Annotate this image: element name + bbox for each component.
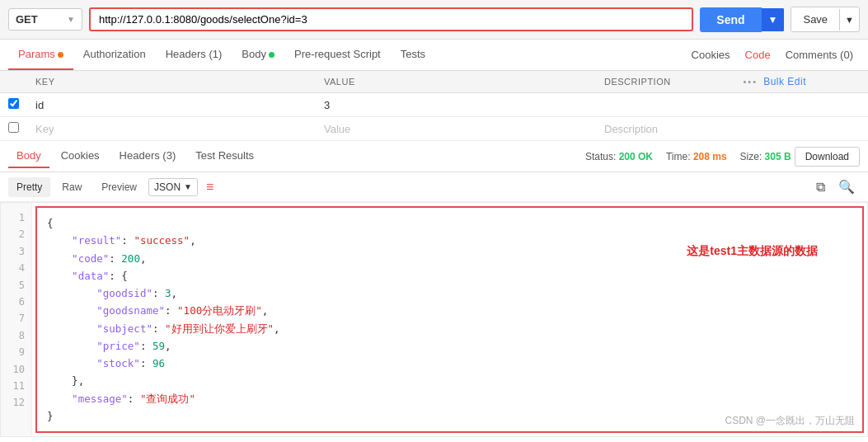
json-content: { "result": "success", "code": 200, "dat… xyxy=(35,206,864,433)
time-label: Time: 208 ms xyxy=(666,151,727,162)
method-select[interactable]: GET ▼ xyxy=(8,8,82,31)
json-line-8: "price": 59, xyxy=(47,337,852,355)
url-bar: GET ▼ Send ▼ Save ▼ xyxy=(0,0,868,40)
send-btn-group: Send ▼ xyxy=(700,7,784,32)
params-dot xyxy=(58,52,63,58)
save-dropdown-button[interactable]: ▼ xyxy=(839,9,859,31)
row1-description[interactable] xyxy=(596,93,734,117)
format-bar: Pretty Raw Preview JSON ▼ ≡ ⧉ 🔍 xyxy=(0,172,868,202)
json-line-11: "message": "查询成功" xyxy=(47,390,852,407)
status-label: Status: 200 OK xyxy=(585,151,653,162)
size-value: 305 B xyxy=(765,151,791,162)
format-tab-raw[interactable]: Raw xyxy=(54,177,90,197)
format-select-arrow: ▼ xyxy=(184,182,192,191)
tab-prerequest[interactable]: Pre-request Script xyxy=(284,40,391,70)
tab-params[interactable]: Params xyxy=(8,40,73,70)
save-btn-group: Save ▼ xyxy=(791,7,860,32)
row1-actions xyxy=(734,93,868,117)
size-label: Size: 305 B xyxy=(740,151,791,162)
json-line-5: "goodsid": 3, xyxy=(47,284,852,302)
tab-comments-right[interactable]: Comments (0) xyxy=(779,40,860,69)
row1-value[interactable]: 3 xyxy=(316,93,596,117)
row2-key[interactable]: Key xyxy=(27,117,316,141)
response-tab-test-results[interactable]: Test Results xyxy=(187,144,262,168)
watermark-text: CSDN @一念既出，万山无阻 xyxy=(725,414,855,428)
top-tabs: Params Authorization Headers (1) Body Pr… xyxy=(0,40,868,71)
format-tab-pretty[interactable]: Pretty xyxy=(8,177,50,197)
right-tabs: Cookies Code Comments (0) xyxy=(685,40,860,69)
tab-code-right[interactable]: Code xyxy=(739,40,777,69)
response-tab-headers[interactable]: Headers (3) xyxy=(111,144,185,168)
response-tab-cookies[interactable]: Cookies xyxy=(53,144,108,168)
save-button[interactable]: Save xyxy=(791,7,839,31)
download-button[interactable]: Download xyxy=(795,147,860,167)
col-header-dots: ••• Bulk Edit xyxy=(734,71,868,93)
annotation-text: 这是test1主数据源的数据 xyxy=(687,244,818,259)
three-dots-icon: ••• xyxy=(743,77,758,87)
row1-checkbox[interactable] xyxy=(8,98,19,109)
status-info: Status: 200 OK Time: 208 ms Size: 305 B xyxy=(585,151,791,162)
body-dot xyxy=(269,52,274,58)
wrap-icon[interactable]: ≡ xyxy=(206,180,213,195)
table-row: Key Value Description xyxy=(0,117,868,141)
row2-description[interactable]: Description xyxy=(596,117,734,141)
method-label: GET xyxy=(16,13,38,26)
col-header-key: KEY xyxy=(27,71,316,93)
row2-value[interactable]: Value xyxy=(316,117,596,141)
response-tab-body[interactable]: Body xyxy=(8,144,49,168)
row2-actions xyxy=(734,117,868,141)
col-header-check xyxy=(0,71,27,93)
params-table: KEY VALUE DESCRIPTION ••• Bulk Edit id 3… xyxy=(0,71,868,141)
send-button[interactable]: Send xyxy=(700,7,761,32)
json-line-7: "subject": "好用到让你爱上刷牙", xyxy=(47,320,852,337)
table-row: id 3 xyxy=(0,93,868,117)
response-tabs-bar: Body Cookies Headers (3) Test Results St… xyxy=(0,141,868,172)
json-line-4: "data": { xyxy=(47,267,852,284)
line-numbers: 1 2 3 4 5 6 7 8 9 10 11 12 xyxy=(1,203,32,436)
row1-key[interactable]: id xyxy=(27,93,316,117)
json-line-9: "stock": 96 xyxy=(47,355,852,372)
time-value: 208 ms xyxy=(693,151,727,162)
json-area: 1 2 3 4 5 6 7 8 9 10 11 12 { "result": "… xyxy=(0,202,868,437)
tab-cookies-right[interactable]: Cookies xyxy=(685,40,737,69)
json-line-10: }, xyxy=(47,372,852,389)
format-select-json[interactable]: JSON ▼ xyxy=(148,178,198,196)
col-header-value: VALUE xyxy=(316,71,596,93)
json-line-6: "goodsname": "100分电动牙刷", xyxy=(47,302,852,319)
status-code: 200 OK xyxy=(619,151,653,162)
row2-checkbox[interactable] xyxy=(8,122,19,133)
search-icon[interactable]: 🔍 xyxy=(833,176,860,198)
url-input[interactable] xyxy=(89,7,693,31)
tab-headers[interactable]: Headers (1) xyxy=(156,40,232,70)
tab-authorization[interactable]: Authorization xyxy=(73,40,156,70)
format-tab-preview[interactable]: Preview xyxy=(93,177,145,197)
json-line-1: { xyxy=(47,214,852,232)
copy-icon[interactable]: ⧉ xyxy=(811,176,830,198)
tab-body[interactable]: Body xyxy=(232,40,284,70)
method-dropdown-arrow: ▼ xyxy=(67,15,75,24)
tab-tests[interactable]: Tests xyxy=(391,40,435,70)
col-header-description: DESCRIPTION xyxy=(596,71,734,93)
bulk-edit-link[interactable]: Bulk Edit xyxy=(763,76,806,87)
send-dropdown-button[interactable]: ▼ xyxy=(762,8,785,31)
